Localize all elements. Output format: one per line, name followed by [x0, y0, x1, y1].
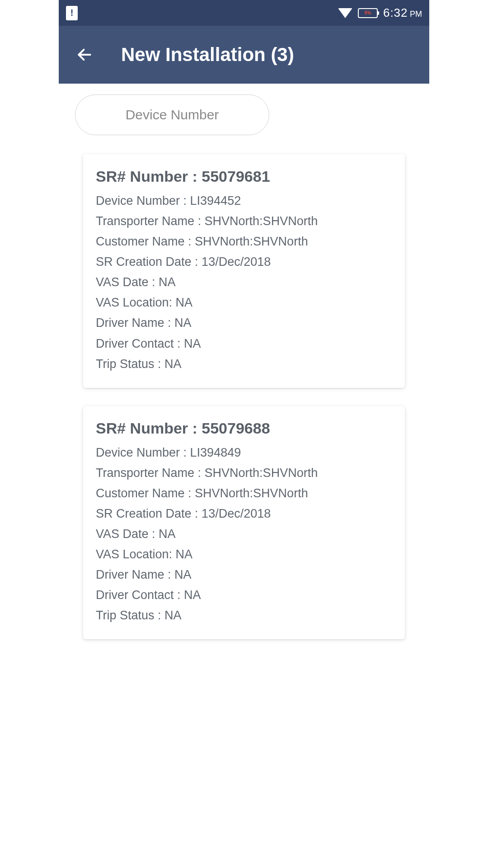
driver-contact-row: Driver Contact : NA [96, 334, 392, 354]
driver-name-value: NA [174, 568, 192, 581]
status-right: 5% 6:32 PM [338, 6, 422, 20]
sr-number-label: SR# Number : [96, 420, 202, 437]
sr-number-label: SR# Number : [96, 168, 202, 185]
vas-date-row: VAS Date : NA [96, 524, 392, 544]
trip-status-value: NA [164, 357, 182, 371]
sr-number-value: 55079688 [202, 420, 270, 437]
battery-percent: 5% [365, 10, 371, 15]
customer-name-label: Customer Name : [96, 235, 195, 248]
status-time: 6:32 PM [383, 6, 422, 20]
transporter-name-value: SHVNorth:SHVNorth [205, 214, 318, 228]
device-number-row: Device Number : LI394849 [96, 443, 392, 463]
content-area: SR# Number : 55079681 Device Number : LI… [59, 84, 429, 668]
customer-name-value: SHVNorth:SHVNorth [195, 486, 308, 500]
driver-contact-value: NA [184, 337, 201, 350]
vas-location-label: VAS Location: [96, 547, 176, 561]
transporter-name-row: Transporter Name : SHVNorth:SHVNorth [96, 211, 392, 231]
vas-date-value: NA [159, 527, 176, 541]
trip-status-row: Trip Status : NA [96, 354, 392, 374]
wifi-icon [338, 8, 352, 18]
sr-number-header: SR# Number : 55079688 [96, 420, 392, 437]
transporter-name-label: Transporter Name : [96, 214, 205, 228]
vas-date-value: NA [159, 275, 176, 289]
driver-name-label: Driver Name : [96, 316, 174, 330]
customer-name-row: Customer Name : SHVNorth:SHVNorth [96, 483, 392, 504]
status-left [66, 6, 78, 20]
back-button[interactable] [75, 45, 94, 64]
sr-number-header: SR# Number : 55079681 [96, 168, 392, 185]
installation-card[interactable]: SR# Number : 55079681 Device Number : LI… [83, 154, 405, 388]
device-number-label: Device Number : [96, 194, 190, 208]
back-arrow-icon [76, 46, 93, 63]
device-number-row: Device Number : LI394452 [96, 191, 392, 211]
time-pm: PM [410, 9, 422, 19]
vas-location-value: NA [176, 296, 193, 309]
battery-icon: 5% [358, 8, 378, 18]
device-number-input[interactable] [75, 94, 269, 135]
driver-name-row: Driver Name : NA [96, 313, 392, 333]
vas-date-label: VAS Date : [96, 527, 159, 541]
device-number-label: Device Number : [96, 446, 190, 459]
sr-creation-date-row: SR Creation Date : 13/Dec/2018 [96, 504, 392, 524]
sr-number-value: 55079681 [202, 168, 270, 185]
sr-creation-date-value: 13/Dec/2018 [202, 507, 271, 520]
sr-creation-date-label: SR Creation Date : [96, 255, 202, 269]
sr-creation-date-label: SR Creation Date : [96, 507, 202, 520]
trip-status-row: Trip Status : NA [96, 605, 392, 626]
vas-date-label: VAS Date : [96, 275, 159, 289]
transporter-name-row: Transporter Name : SHVNorth:SHVNorth [96, 463, 392, 483]
status-bar: 5% 6:32 PM [59, 0, 429, 26]
customer-name-label: Customer Name : [96, 486, 195, 500]
driver-name-value: NA [174, 316, 192, 330]
time-value: 6:32 [383, 6, 408, 19]
driver-contact-value: NA [184, 588, 201, 602]
trip-status-label: Trip Status : [96, 609, 164, 622]
trip-status-value: NA [164, 609, 182, 622]
vas-location-label: VAS Location: [96, 296, 176, 309]
sr-creation-date-row: SR Creation Date : 13/Dec/2018 [96, 252, 392, 272]
notification-icon [66, 6, 78, 20]
customer-name-row: Customer Name : SHVNorth:SHVNorth [96, 231, 392, 252]
device-number-value: LI394452 [190, 194, 241, 208]
driver-name-row: Driver Name : NA [96, 565, 392, 585]
trip-status-label: Trip Status : [96, 357, 164, 371]
vas-location-row: VAS Location: NA [96, 544, 392, 565]
driver-contact-label: Driver Contact : [96, 588, 184, 602]
transporter-name-label: Transporter Name : [96, 466, 205, 480]
sr-creation-date-value: 13/Dec/2018 [202, 255, 271, 269]
driver-contact-row: Driver Contact : NA [96, 585, 392, 605]
device-number-value: LI394849 [190, 446, 241, 459]
app-bar: New Installation (3) [59, 26, 429, 84]
vas-date-row: VAS Date : NA [96, 272, 392, 292]
transporter-name-value: SHVNorth:SHVNorth [205, 466, 318, 480]
customer-name-value: SHVNorth:SHVNorth [195, 235, 308, 248]
driver-contact-label: Driver Contact : [96, 337, 184, 350]
page-title: New Installation (3) [121, 44, 294, 66]
vas-location-row: VAS Location: NA [96, 292, 392, 313]
driver-name-label: Driver Name : [96, 568, 174, 581]
installation-card[interactable]: SR# Number : 55079688 Device Number : LI… [83, 406, 405, 640]
cards-container: SR# Number : 55079681 Device Number : LI… [75, 154, 413, 639]
vas-location-value: NA [176, 547, 193, 561]
